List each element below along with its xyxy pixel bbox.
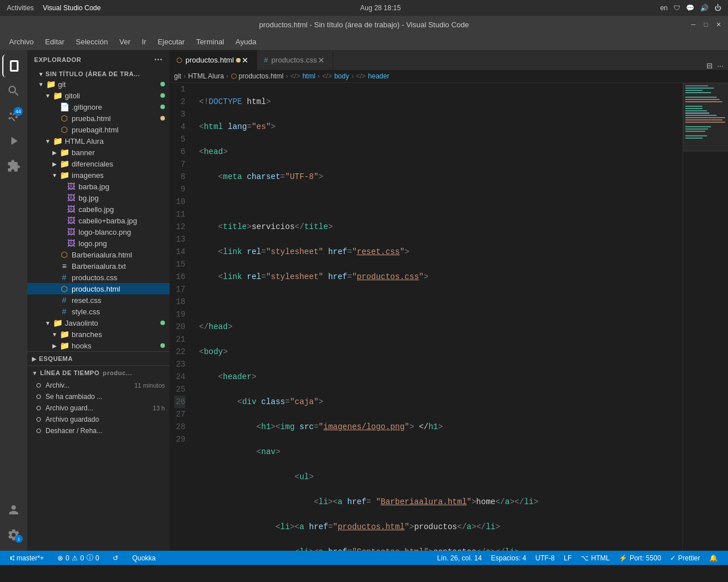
timeline-dot-4 xyxy=(36,429,41,433)
menu-ver[interactable]: Ver xyxy=(115,35,135,48)
file-cabello-barba-jpg-label: cabello+barba.jpg xyxy=(78,217,137,225)
cursor-position[interactable]: Lín. 26, col. 14 xyxy=(433,554,485,562)
sync-button[interactable]: ↺ xyxy=(109,554,122,562)
timeline-item-4[interactable]: Deshacer / Reha... xyxy=(27,425,169,436)
split-editor-button[interactable]: ⊟ xyxy=(706,61,713,70)
breadcrumb-html-tag[interactable]: </> html xyxy=(290,72,315,80)
breadcrumb-git[interactable]: git xyxy=(174,72,181,80)
tree-file-prueba-html[interactable]: ⬡ prueba.html xyxy=(27,113,169,124)
tree-folder-banner[interactable]: ▶ 📁 banner xyxy=(27,147,169,158)
encoding-label: UTF-8 xyxy=(535,554,555,562)
tree-file-cabello-jpg[interactable]: 🖼 cabello.jpg xyxy=(27,203,169,215)
tree-file-productos-css[interactable]: # productos.css xyxy=(27,272,169,283)
branch-icon: ⑆ xyxy=(10,554,14,562)
timeline-item-3[interactable]: Archivo guardado xyxy=(27,414,169,425)
title-bar: productos.html - Sin título (área de tra… xyxy=(0,16,728,33)
activity-extensions[interactable] xyxy=(2,155,25,177)
minimap xyxy=(682,83,728,551)
tree-file-barberiaalura-txt[interactable]: ≡ Barberiaalura.txt xyxy=(27,260,169,272)
breadcrumb-sep-3: › xyxy=(286,72,288,80)
indentation[interactable]: Espacios: 4 xyxy=(487,554,530,562)
tab-close-button[interactable]: ✕ xyxy=(241,55,250,66)
timeline-file: produc... xyxy=(103,369,132,376)
tab-productos-css[interactable]: # productos.css ✕ xyxy=(257,50,333,70)
timeline-label-0: Archiv... xyxy=(46,381,69,389)
language-mode[interactable]: ⌥ HTML xyxy=(577,554,613,562)
menu-ejecutar[interactable]: Ejecutar xyxy=(153,35,189,48)
error-count[interactable]: ⊗ 0 ⚠ 0 ⓘ 0 xyxy=(54,553,102,563)
tree-folder-javaolinto[interactable]: ▼ 📁 Javaolinto xyxy=(27,317,169,329)
menu-editar[interactable]: Editar xyxy=(40,35,69,48)
menu-terminal[interactable]: Terminal xyxy=(192,35,229,48)
language-label: ⌥ xyxy=(581,554,589,562)
tree-folder-gitoli[interactable]: ▼ 📁 gitoli xyxy=(27,90,169,101)
activity-search[interactable] xyxy=(2,80,25,102)
activities-label[interactable]: Activities xyxy=(7,4,34,12)
tree-file-style-css[interactable]: # style.css xyxy=(27,306,169,317)
breadcrumb-file[interactable]: ⬡ productos.html xyxy=(231,72,284,80)
timeline-item-2[interactable]: Archivo guard... 13 h xyxy=(27,402,169,414)
status-right: Lín. 26, col. 14 Espacios: 4 UTF-8 LF ⌥ … xyxy=(433,554,721,562)
breadcrumb-header-tag[interactable]: </> header xyxy=(356,72,390,80)
menu-ayuda[interactable]: Ayuda xyxy=(231,35,261,48)
code-content[interactable]: <!DOCTYPE html> <html lang="es"> <head> … xyxy=(195,83,682,551)
clock: Aug 28 18:15 xyxy=(360,4,400,12)
timeline-item-1[interactable]: Se ha cambiado ... xyxy=(27,391,169,402)
breadcrumb-sep-4: › xyxy=(317,72,320,80)
info-icon: ⓘ xyxy=(86,553,93,563)
line-numbers: 12345 678910 1112131415 1617181920 21222… xyxy=(169,83,195,551)
line-ending[interactable]: LF xyxy=(560,554,575,562)
activity-settings[interactable]: 1 xyxy=(2,523,25,546)
tree-folder-branches[interactable]: ▼ 📁 branches xyxy=(27,329,169,340)
tree-file-logo-png[interactable]: 🖼 logo.png xyxy=(27,238,169,249)
breadcrumb-html-alura[interactable]: HTML Alura xyxy=(188,72,224,80)
menu-archivo[interactable]: Archivo xyxy=(5,35,38,48)
close-button[interactable]: ✕ xyxy=(713,19,723,30)
gitignore-status-dot xyxy=(160,105,165,109)
tree-file-barberiaalura-html[interactable]: ⬡ Barberiaalura.html xyxy=(27,249,169,260)
timeline-label-2: Archivo guard... xyxy=(46,404,93,412)
menu-seleccion[interactable]: Selección xyxy=(71,35,112,48)
activity-explorer[interactable] xyxy=(2,55,25,77)
tree-folder-diferenciales[interactable]: ▶ 📁 diferenciales xyxy=(27,158,169,169)
file-logo-png-label: logo.png xyxy=(78,239,107,248)
status-bar: ⑆ master*+ ⊗ 0 ⚠ 0 ⓘ 0 ↺ Quokka Lín. 26,… xyxy=(0,551,728,565)
activity-source-control[interactable]: 44 xyxy=(2,105,25,127)
tree-folder-hooks[interactable]: ▶ 📁 hooks xyxy=(27,340,169,351)
breadcrumb-body-tag[interactable]: </> body xyxy=(322,72,349,80)
timeline-item-0[interactable]: Archiv... 11 minutos xyxy=(27,380,169,391)
tree-file-pruebagit-html[interactable]: ⬡ pruebagit.html xyxy=(27,124,169,135)
code-editor[interactable]: 12345 678910 1112131415 1617181920 21222… xyxy=(169,83,728,551)
notifications-button[interactable]: 🔔 xyxy=(706,554,721,562)
sys-icon-discord: 💬 xyxy=(686,4,694,12)
workspace-root[interactable]: ▼ SIN TÍTULO (ÁREA DE TRA... xyxy=(27,69,169,78)
tree-file-gitignore[interactable]: 📄 .gitignore xyxy=(27,101,169,113)
tree-file-cabello-barba-jpg[interactable]: 🖼 cabello+barba.jpg xyxy=(27,215,169,226)
tree-folder-html-alura[interactable]: ▼ 📁 HTML Alura xyxy=(27,135,169,147)
tree-file-bg-jpg[interactable]: 🖼 bg.jpg xyxy=(27,192,169,203)
tree-file-barba-jpg[interactable]: 🖼 barba.jpg xyxy=(27,181,169,192)
tree-folder-imagenes[interactable]: ▼ 📁 imagenes xyxy=(27,169,169,181)
quokka-status[interactable]: Quokka xyxy=(129,554,159,562)
warning-number: 0 xyxy=(80,554,84,562)
minimize-button[interactable]: ─ xyxy=(688,19,698,30)
tab-close-css-button[interactable]: ✕ xyxy=(317,55,326,66)
maximize-button[interactable]: □ xyxy=(701,19,711,30)
prettier-status[interactable]: ✓ Prettier xyxy=(667,554,704,562)
activity-run[interactable] xyxy=(2,130,25,152)
timeline-header[interactable]: ▼ LÍNEA DE TIEMPO produc... xyxy=(27,366,169,380)
tree-folder-git[interactable]: ▼ 📁 git xyxy=(27,78,169,90)
branch-indicator[interactable]: ⑆ master*+ xyxy=(7,554,47,562)
schema-header[interactable]: ▶ ESQUEMA xyxy=(27,352,169,365)
activity-account[interactable] xyxy=(2,498,25,521)
port-indicator[interactable]: ⚡ Port: 5500 xyxy=(615,554,664,562)
file-productos-css-label: productos.css xyxy=(72,273,117,282)
sidebar-menu-button[interactable]: ··· xyxy=(154,55,163,65)
menu-ir[interactable]: Ir xyxy=(137,35,151,48)
tree-file-reset-css[interactable]: # reset.css xyxy=(27,294,169,306)
tab-productos-html[interactable]: ⬡ productos.html ✕ xyxy=(169,50,257,70)
more-actions-button[interactable]: ··· xyxy=(717,61,723,70)
tree-file-productos-html[interactable]: ⬡ productos.html xyxy=(27,283,169,294)
tree-file-logo-blanco-png[interactable]: 🖼 logo-blanco.png xyxy=(27,226,169,238)
encoding[interactable]: UTF-8 xyxy=(532,554,558,562)
